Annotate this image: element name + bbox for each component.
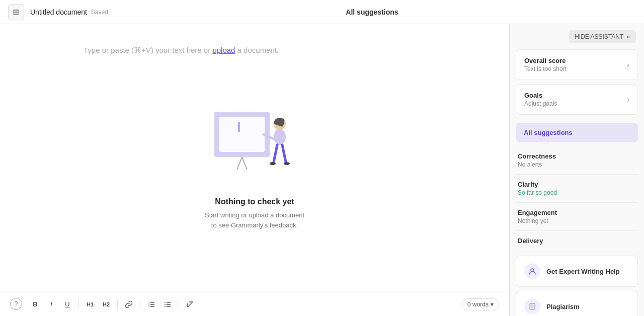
clear-format-button[interactable] (183, 297, 197, 311)
underline-button[interactable]: U (60, 297, 74, 311)
hide-assistant-arrow: » (626, 33, 630, 40)
sidebar-top: HIDE ASSISTANT » (510, 24, 644, 49)
svg-line-27 (188, 302, 193, 307)
svg-rect-4 (219, 117, 265, 152)
illustration-container: Nothing to check yet Start writing or up… (84, 97, 426, 230)
help-button[interactable]: ? (10, 298, 22, 310)
overall-score-info: Overall score Text is too short (524, 57, 567, 72)
placeholder-suffix: a document. (235, 46, 279, 54)
overall-score-label: Overall score (524, 57, 567, 64)
svg-point-30 (531, 269, 534, 272)
center-title: All suggestions (108, 8, 636, 16)
expert-writing-icon (524, 263, 540, 279)
sidebar: HIDE ASSISTANT » Overall score Text is t… (509, 24, 644, 316)
word-count-button[interactable]: 0 words ▾ (462, 298, 499, 310)
editor-inner: Type or paste (⌘+V) your text here or up… (84, 44, 426, 230)
placeholder-text: Type or paste (⌘+V) your text here or up… (84, 46, 279, 54)
overall-score-card[interactable]: Overall score Text is too short › (516, 49, 638, 80)
goals-info: Goals Adjust goals (524, 92, 557, 107)
toolbar-separator-1 (78, 300, 79, 309)
engagement-label: Engagement (518, 209, 636, 216)
plagiarism-card[interactable]: Plagiarism (516, 291, 638, 316)
svg-line-13 (237, 157, 242, 170)
plagiarism-title: Plagiarism (546, 303, 580, 310)
bullet-list-button[interactable] (160, 297, 175, 311)
toolbar-separator-4 (179, 300, 179, 309)
clarity-label: Clarity (518, 181, 636, 188)
doc-title: Untitled document (30, 8, 87, 16)
nothing-subtitle-line1: Start writing or upload a document (205, 211, 304, 219)
correctness-item[interactable]: Correctness No alerts (516, 146, 638, 175)
goals-sublabel: Adjust goals (524, 100, 557, 107)
h1-button[interactable]: H1 (83, 297, 97, 311)
expert-writing-title: Get Expert Writing Help (546, 268, 620, 275)
word-count-arrow: ▾ (491, 301, 494, 308)
svg-line-10 (282, 145, 286, 162)
goals-card[interactable]: Goals Adjust goals › (516, 84, 638, 115)
nothing-title: Nothing to check yet (215, 197, 294, 206)
svg-point-6 (274, 129, 286, 145)
italic-button[interactable]: I (44, 297, 58, 311)
bottom-cards: Get Expert Writing Help Plagiarism (510, 252, 644, 316)
main-layout: Type or paste (⌘+V) your text here or up… (0, 24, 644, 316)
svg-rect-5 (238, 122, 239, 132)
overall-score-sublabel: Text is too short (524, 65, 567, 72)
correctness-label: Correctness (518, 152, 636, 160)
editor-area: Type or paste (⌘+V) your text here or up… (0, 24, 509, 316)
svg-point-11 (270, 162, 276, 165)
toolbar-separator-2 (117, 300, 118, 309)
delivery-label: Delivery (518, 237, 636, 245)
menu-button[interactable] (8, 4, 24, 20)
engagement-status: Nothing yet (518, 217, 636, 224)
toolbar-separator-3 (140, 300, 140, 309)
saved-badge: Saved (91, 9, 108, 16)
goals-arrow: › (627, 96, 629, 104)
all-suggestions-button[interactable]: All suggestions (516, 123, 638, 142)
top-bar: Untitled document Saved All suggestions (0, 0, 644, 24)
engagement-item[interactable]: Engagement Nothing yet (516, 203, 638, 231)
nothing-subtitle-line2: to see Grammarly's feedback. (211, 221, 298, 229)
svg-point-12 (284, 162, 290, 165)
editor-content[interactable]: Type or paste (⌘+V) your text here or up… (0, 24, 509, 292)
goals-label: Goals (524, 92, 557, 99)
svg-line-14 (242, 157, 247, 170)
link-button[interactable] (122, 297, 136, 311)
nothing-subtitle: Start writing or upload a document to se… (205, 210, 304, 230)
clarity-item[interactable]: Clarity So far so good (516, 175, 638, 203)
delivery-item[interactable]: Delivery (516, 231, 638, 252)
category-section: Correctness No alerts Clarity So far so … (510, 146, 644, 252)
clarity-status: So far so good (518, 189, 636, 196)
expert-writing-card[interactable]: Get Expert Writing Help (516, 256, 638, 287)
svg-point-21 (165, 302, 166, 303)
plagiarism-text: Plagiarism (546, 303, 580, 310)
plagiarism-icon (524, 298, 540, 314)
illustration-svg (204, 97, 305, 187)
correctness-status: No alerts (518, 161, 636, 168)
toolbar: ? B I U H1 H2 1 2 (0, 292, 509, 316)
svg-point-22 (165, 304, 166, 305)
placeholder-prefix: Type or paste (⌘+V) your text here or (84, 46, 212, 54)
h2-button[interactable]: H2 (99, 297, 113, 311)
hide-assistant-button[interactable]: HIDE ASSISTANT » (569, 30, 636, 43)
ordered-list-button[interactable]: 1 2 3 (144, 297, 158, 311)
svg-line-9 (274, 145, 277, 162)
svg-text:3: 3 (148, 305, 150, 307)
svg-point-23 (165, 306, 166, 307)
word-count-label: 0 words (467, 301, 489, 308)
hide-assistant-label: HIDE ASSISTANT (575, 33, 623, 40)
upload-link[interactable]: upload (212, 46, 235, 54)
expert-writing-text: Get Expert Writing Help (546, 268, 620, 275)
bold-button[interactable]: B (28, 297, 42, 311)
overall-score-arrow: › (627, 61, 629, 69)
